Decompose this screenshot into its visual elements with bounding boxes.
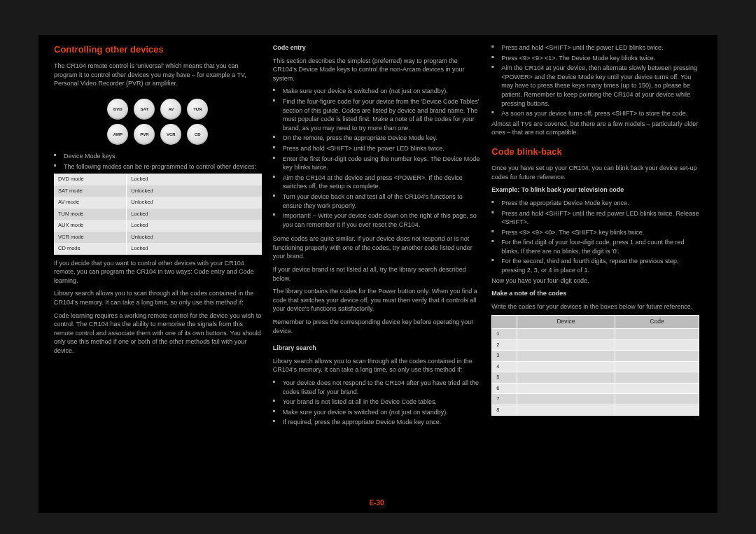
- code-value: [615, 394, 699, 405]
- code-value: [615, 351, 699, 362]
- th-device: Device: [517, 316, 615, 329]
- column-3: Press and hold <SHIFT> until the power L…: [486, 43, 705, 496]
- bullet-mode-keys: Device Mode keys: [54, 152, 262, 161]
- p-write-codes: Write the codes for your devices in the …: [491, 302, 699, 311]
- mode-row: VCR modeUnlocked: [54, 232, 262, 244]
- mode-name: DVD mode: [54, 174, 127, 185]
- code-row: 4: [492, 361, 699, 372]
- page-number: E-30: [369, 498, 384, 508]
- mode-status: Unlocked: [127, 232, 262, 244]
- code-value: [615, 361, 699, 372]
- p-four-digit: Now you have your four-digit code.: [491, 276, 699, 286]
- library-step: If required, press the appropriate Devic…: [273, 418, 481, 427]
- mode-name: AV mode: [54, 197, 127, 209]
- note-power-only: The library contains the codes for the P…: [273, 287, 481, 314]
- page: Controlling other devices The CR104 remo…: [38, 35, 718, 513]
- mode-row: CD modeLocked: [54, 243, 262, 255]
- code-row: 8: [492, 405, 699, 416]
- blink-steps: Press the appropriate Device Mode key on…: [491, 199, 699, 275]
- code-num: 1: [492, 329, 517, 340]
- code-entry-step: Aim the CR104 at the device and press <P…: [273, 174, 481, 191]
- library-steps: Your device does not respond to the CR10…: [273, 379, 481, 427]
- code-entry-step: Turn your device back on and test all of…: [273, 192, 481, 210]
- p-make-note: Make a note of the codes: [491, 289, 699, 298]
- code-value: [615, 339, 699, 351]
- intro-text: The CR104 remote control is 'universal' …: [54, 62, 262, 88]
- mode-row: TUN modeLocked: [54, 209, 262, 220]
- library-step: Your device does not respond to the CR10…: [273, 379, 481, 396]
- library-step-cont: Press and hold <SHIFT> until the power L…: [491, 43, 699, 52]
- mode-name: AUX mode: [54, 220, 127, 232]
- sat-button: SAT: [134, 99, 155, 120]
- blink-step: Press <9> <9> <0>. The <SHIFT> key blink…: [491, 228, 699, 237]
- av-button: AV: [160, 99, 181, 120]
- code-entry-step: Enter the first four-digit code using th…: [273, 155, 481, 172]
- mode-table: DVD modeLockedSAT modeUnlockedAV modeUnl…: [54, 174, 262, 255]
- mode-status: Locked: [127, 209, 262, 220]
- library-step-cont: Aim the CR104 at your device, then alter…: [491, 64, 699, 108]
- mode-name: CD mode: [54, 243, 127, 255]
- code-row: 6: [492, 383, 699, 394]
- tun-button: TUN: [187, 99, 208, 120]
- p-library-search: Library search allows you to scan throug…: [273, 357, 481, 374]
- device-buttons-diagram: DVD SAT AV TUN AMP PVR VCR CD: [102, 99, 214, 145]
- mode-name: TUN mode: [54, 209, 127, 220]
- p-code-learning: Code learning requires a working remote …: [54, 311, 262, 356]
- code-value: [615, 329, 699, 340]
- blink-step: Press and hold <SHIFT> until the red pow…: [491, 209, 699, 227]
- cd-button: CD: [187, 124, 208, 145]
- code-num: 6: [492, 383, 517, 394]
- p-program-ways: If you decide that you want to control o…: [54, 259, 262, 286]
- code-value: [615, 405, 699, 416]
- mode-row: AV modeUnlocked: [54, 197, 262, 209]
- library-step-cont: As soon as your device turns off, press …: [491, 109, 699, 118]
- heading-blink-back: Code blink-back: [491, 146, 699, 158]
- mode-row: AUX modeLocked: [54, 220, 262, 232]
- code-row: 7: [492, 394, 699, 405]
- subhead-code-entry: Code entry: [273, 43, 481, 52]
- code-device: [517, 351, 615, 362]
- note-similar: Some codes are quite similar. If your de…: [273, 234, 481, 261]
- code-num: 2: [492, 339, 517, 351]
- code-device: [517, 394, 615, 405]
- blink-step: For the first digit of your four-digit c…: [491, 238, 699, 255]
- code-num: 5: [492, 372, 517, 384]
- th-num: [492, 316, 517, 329]
- code-entry-step: Find the four-figure code for your devic…: [273, 97, 481, 132]
- p-tv-covered: Almost all TVs are covered, but there ar…: [491, 120, 699, 137]
- code-device: [517, 339, 615, 351]
- column-2: Code entry This section describes the si…: [267, 43, 486, 496]
- p-code-entry-intro: This section describes the simplest (pre…: [273, 57, 481, 83]
- mode-status: Locked: [127, 220, 262, 232]
- dvd-button: DVD: [107, 99, 128, 120]
- example-label: Example: To blink back your television c…: [491, 185, 699, 195]
- code-device: [517, 383, 615, 394]
- pvr-button: PVR: [134, 124, 155, 145]
- mode-bullets: Device Mode keys The following modes can…: [54, 152, 262, 171]
- mode-name: SAT mode: [54, 185, 127, 197]
- code-row: 5: [492, 372, 699, 384]
- code-table: Device Code 12345678: [491, 315, 699, 416]
- mode-status: Locked: [127, 174, 262, 185]
- code-entry-steps: Make sure your device is switched on (no…: [273, 87, 481, 229]
- code-num: 3: [492, 351, 517, 362]
- code-num: 7: [492, 394, 517, 405]
- mode-row: DVD modeLocked: [54, 174, 262, 185]
- mode-status: Locked: [127, 243, 262, 255]
- mode-status: Unlocked: [127, 185, 262, 197]
- code-entry-step: On the remote, press the appropriate Dev…: [273, 134, 481, 143]
- code-row: 1: [492, 329, 699, 340]
- blink-step: For the second, third and fourth digits,…: [491, 257, 699, 274]
- library-step-cont: Press <9> <9> <1>. The Device Mode key b…: [491, 54, 699, 63]
- code-entry-step: Important! – Write your device code down…: [273, 211, 481, 229]
- amp-button: AMP: [107, 124, 128, 145]
- vcr-button: VCR: [160, 124, 181, 145]
- code-num: 8: [492, 405, 517, 416]
- p-library-intro: Library search allows you to scan throug…: [54, 289, 262, 307]
- library-step: Your brand is not listed at all in the D…: [273, 398, 481, 407]
- code-device: [517, 405, 615, 416]
- code-device: [517, 372, 615, 384]
- library-step: Make sure your device is switched on (no…: [273, 408, 481, 417]
- blink-step: Press the appropriate Device Mode key on…: [491, 199, 699, 208]
- code-num: 4: [492, 361, 517, 372]
